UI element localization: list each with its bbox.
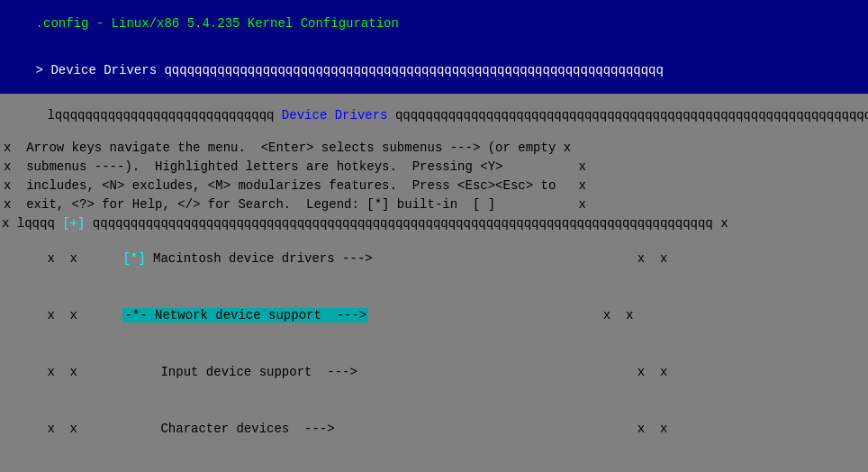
info-line-3: x includes, <N> excludes, <M> modularize… [4,177,864,195]
title-text: .config - Linux/x86 5.4.235 Kernel Confi… [36,16,399,31]
header-border-right: qqqqqqqqqqqqqqqqqqqqqqqqqqqqqqqqqqqqqqqq… [395,108,868,123]
header-border-row: lqqqqqqqqqqqqqqqqqqqqqqqqqqqqq Device Dr… [0,94,868,137]
info-box: x Arrow keys navigate the menu. <Enter> … [0,137,868,216]
info-line-4: x exit, <?> for Help, </> for Search. Le… [4,195,864,214]
info-line-1: x Arrow keys navigate the menu. <Enter> … [4,139,864,158]
info-line-2: x submenus ----). Highlighted letters ar… [4,158,864,177]
header-title: Device Drivers [274,108,394,123]
menu-item-network[interactable]: x x -*- Network device support ---> x x [0,287,868,344]
menu-item-input[interactable]: x x Input device support ---> x x [0,344,868,401]
nav-text: > Device Drivers qqqqqqqqqqqqqqqqqqqqqqq… [36,63,664,77]
nav-bar: > Device Drivers qqqqqqqqqqqqqqqqqqqqqqq… [0,47,868,94]
menu-item-i2c[interactable]: x x I2C support ---> x x [0,458,868,472]
terminal-window: .config - Linux/x86 5.4.235 Kernel Confi… [0,0,868,472]
menu-item-macintosh[interactable]: x x [*] Macintosh device drivers ---> x … [0,231,868,287]
title-bar: .config - Linux/x86 5.4.235 Kernel Confi… [0,0,868,47]
menu-item-character[interactable]: x x Character devices ---> x x [0,401,868,458]
main-area: lqqqqqqqqqqqqqqqqqqqqqqqqqqqqq Device Dr… [0,94,868,472]
separator-row: x lqqqq [+] qqqqqqqqqqqqqqqqqqqqqqqqqqqq… [0,216,868,231]
header-border-left: lqqqqqqqqqqqqqqqqqqqqqqqqqqqqq [47,108,274,123]
